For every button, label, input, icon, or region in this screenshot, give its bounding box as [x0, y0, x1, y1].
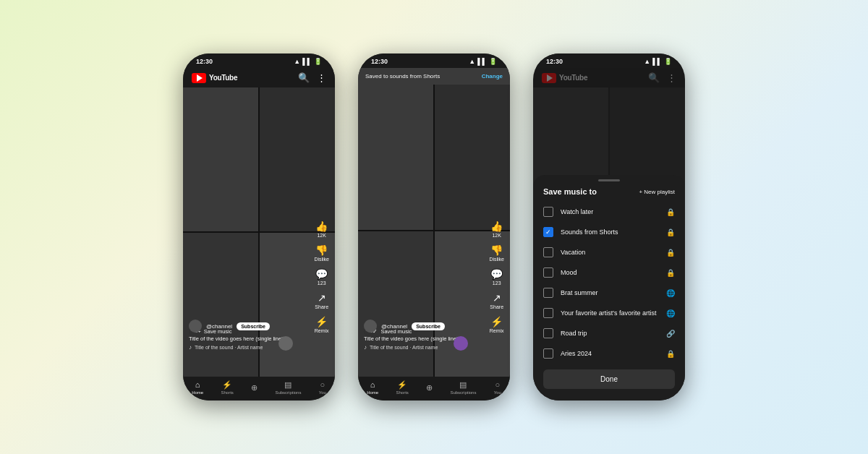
sound-row-2: ♪ Title of the sound · Artist name: [364, 344, 474, 351]
music-note-icon-1: ♪: [189, 344, 192, 351]
nav-shorts-2[interactable]: ⚡ Shorts: [396, 381, 408, 395]
subscriptions-icon-2: ▤: [459, 381, 467, 389]
phone-3: 12:30 ▲ ▌▌ 🔋 YouTube 🔍 ⋮: [533, 53, 685, 401]
yt-logo-icon-1: [192, 73, 206, 83]
new-playlist-btn[interactable]: + New playlist: [639, 189, 675, 195]
like-btn-1[interactable]: 👍 12K: [315, 221, 328, 238]
nav-home-1[interactable]: ⌂ Home: [192, 381, 203, 395]
playlist-item-6[interactable]: Road trip🔗: [533, 323, 685, 343]
playlist-icon-3: 🔒: [666, 269, 675, 277]
add-icon-2: ⊕: [426, 384, 433, 392]
video-tile-2b: [435, 85, 510, 230]
checkbox-6[interactable]: [543, 328, 553, 338]
checkbox-3[interactable]: [543, 267, 553, 278]
checkbox-2[interactable]: [543, 247, 553, 257]
sheet-header: Save music to + New playlist: [533, 184, 685, 202]
toast-text: Saved to sounds from Shorts: [365, 73, 440, 80]
checkbox-4[interactable]: [543, 288, 553, 298]
checkbox-1[interactable]: ✓: [543, 227, 553, 237]
share-btn-2[interactable]: ↗ Share: [490, 293, 503, 309]
playlist-icon-6: 🔗: [666, 330, 675, 338]
music-note-icon-2: ♪: [364, 344, 367, 351]
checkbox-0[interactable]: [543, 207, 553, 217]
status-bar-1: 12:30 ▲ ▌▌ 🔋: [183, 53, 335, 68]
channel-row-1: @channel Subscribe: [189, 320, 299, 333]
dislike-btn-1[interactable]: 👎 Dislike: [314, 245, 329, 262]
search-icon-3: 🔍: [648, 72, 660, 83]
playlist-icon-0: 🔒: [666, 208, 675, 216]
nav-you-2[interactable]: ○ You: [494, 381, 501, 395]
search-icon-1[interactable]: 🔍: [298, 72, 310, 83]
checkbox-7[interactable]: [543, 348, 553, 359]
playlist-name-3: Mood: [561, 269, 659, 276]
remix-btn-1[interactable]: ⚡ Remix: [315, 317, 329, 333]
subscribe-btn-2[interactable]: Subscribe: [412, 322, 445, 330]
playlist-item-3[interactable]: Mood🔒: [533, 262, 685, 283]
playlist-item-2[interactable]: Vacation🔒: [533, 242, 685, 262]
nav-add-2[interactable]: ⊕: [426, 384, 433, 392]
like-btn-2[interactable]: 👍 12K: [490, 221, 503, 238]
playlist-icon-5: 🌐: [666, 309, 675, 317]
playlist-name-1: Sounds from Shorts: [561, 228, 659, 236]
playlist-icon-1: 🔒: [666, 228, 675, 236]
bottom-nav-1: ⌂ Home ⚡ Shorts ⊕ ▤ Subscriptions ○ You: [183, 377, 335, 401]
video-tile-2c: [358, 231, 433, 377]
playlist-item-7[interactable]: Aries 2024🔒: [533, 343, 685, 364]
channel-row-2: @channel Subscribe: [364, 320, 474, 333]
sound-row-1: ♪ Title of the sound · Artist name: [189, 344, 299, 351]
playlist-item-5[interactable]: Your favorite artist's favorite artist🌐: [533, 303, 685, 323]
home-icon-2: ⌂: [370, 381, 375, 389]
playlist-name-5: Your favorite artist's favorite artist: [561, 309, 659, 317]
video-tile-1c: [183, 233, 258, 377]
toast-action[interactable]: Change: [482, 73, 503, 80]
yt-logo-3: YouTube: [542, 73, 587, 83]
avatar-2: [364, 320, 377, 333]
playlist-item-0[interactable]: Watch later🔒: [533, 202, 685, 222]
nav-home-2[interactable]: ⌂ Home: [367, 381, 378, 395]
sound-text-2: Title of the sound · Artist name: [370, 345, 438, 350]
more-icon-3: ⋮: [667, 72, 676, 83]
nav-you-1[interactable]: ○ You: [319, 381, 326, 395]
playlist-name-7: Aries 2024: [561, 350, 659, 357]
time-1: 12:30: [196, 58, 213, 65]
dislike-btn-2[interactable]: 👎 Dislike: [489, 245, 504, 262]
yt-play-triangle: [197, 74, 203, 82]
sound-thumbnail-1: [278, 336, 293, 351]
save-music-sheet: Save music to + New playlist Watch later…: [533, 175, 685, 401]
yt-logo-text-1: YouTube: [209, 74, 237, 82]
yt-logo-text-3: YouTube: [559, 74, 587, 82]
playlist-item-4[interactable]: Brat summer🌐: [533, 283, 685, 303]
comment-btn-2[interactable]: 💬 123: [490, 269, 503, 286]
video-grid-1: 👍 12K 👎 Dislike 💬 123 ↗ Share ⚡ Remix ≡+: [183, 87, 335, 377]
add-icon-1: ⊕: [251, 384, 258, 392]
time-2: 12:30: [371, 58, 388, 65]
playlist-list: Watch later🔒✓Sounds from Shorts🔒Vacation…: [533, 202, 685, 364]
channel-name-2: @channel: [381, 323, 407, 330]
remix-btn-2[interactable]: ⚡ Remix: [490, 317, 504, 333]
shorts-icon-2: ⚡: [397, 381, 407, 389]
you-icon-1: ○: [320, 381, 325, 389]
video-info-2: @channel Subscribe Title of the video go…: [364, 320, 474, 351]
subscribe-btn-1[interactable]: Subscribe: [237, 322, 270, 330]
nav-subscriptions-1[interactable]: ▤ Subscriptions: [275, 381, 301, 395]
nav-subscriptions-2[interactable]: ▤ Subscriptions: [450, 381, 476, 395]
channel-name-1: @channel: [206, 323, 232, 330]
yt-logo-icon-3: [542, 73, 556, 83]
playlist-name-6: Road trip: [561, 330, 659, 337]
share-btn-1[interactable]: ↗ Share: [315, 293, 328, 309]
checkbox-5[interactable]: [543, 308, 553, 318]
yt-logo-1: YouTube: [192, 73, 237, 83]
nav-add-1[interactable]: ⊕: [251, 384, 258, 392]
comment-btn-1[interactable]: 💬 123: [315, 269, 328, 286]
sheet-handle: [598, 179, 620, 181]
playlist-icon-2: 🔒: [666, 249, 675, 257]
more-icon-1[interactable]: ⋮: [317, 72, 326, 83]
side-controls-1: 👍 12K 👎 Dislike 💬 123 ↗ Share ⚡ Remix: [314, 221, 329, 333]
sound-thumbnail-2: [454, 336, 468, 351]
playlist-item-1[interactable]: ✓Sounds from Shorts🔒: [533, 222, 685, 242]
nav-shorts-1[interactable]: ⚡ Shorts: [221, 381, 233, 395]
app-bar-3: YouTube 🔍 ⋮: [533, 68, 685, 87]
video-info-1: @channel Subscribe Title of the video go…: [189, 320, 299, 351]
done-button[interactable]: Done: [543, 369, 675, 389]
status-icons-1: ▲ ▌▌ 🔋: [294, 58, 322, 65]
